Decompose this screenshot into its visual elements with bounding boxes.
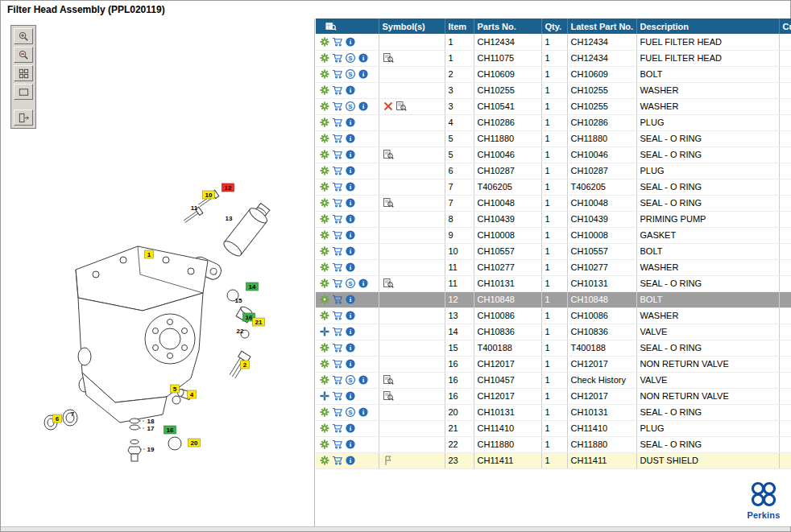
- parts-row[interactable]: Si16CH104571Check HistoryVALVE: [316, 372, 791, 388]
- parts-row[interactable]: Si20CH101311CH10131SEAL - O RING: [316, 404, 791, 420]
- gear-icon[interactable]: [319, 213, 330, 225]
- parts-row[interactable]: Si11CH101311CH10131SEAL - O RING: [316, 275, 791, 291]
- doc-search-icon[interactable]: [383, 390, 394, 402]
- info-icon[interactable]: i: [358, 278, 369, 289]
- info-icon[interactable]: i: [358, 406, 369, 418]
- info-icon[interactable]: i: [345, 439, 356, 450]
- diagram-callout-15[interactable]: 15: [235, 297, 242, 304]
- parts-row[interactable]: i16CH120171CH12017NON RETURN VALVE: [316, 356, 791, 372]
- info-icon[interactable]: i: [345, 213, 356, 225]
- tile-views-button[interactable]: [14, 65, 33, 81]
- info-icon[interactable]: i: [345, 342, 356, 353]
- gear-icon[interactable]: [319, 181, 330, 192]
- cart-icon[interactable]: [332, 326, 343, 337]
- parts-row[interactable]: i4CH102861CH10286PLUG: [316, 114, 791, 130]
- cart-icon[interactable]: [332, 423, 343, 434]
- cart-icon[interactable]: [332, 406, 343, 418]
- cart-icon[interactable]: [332, 181, 343, 192]
- cart-icon[interactable]: [332, 310, 343, 321]
- info-icon[interactable]: i: [345, 245, 356, 257]
- gear-icon[interactable]: [319, 310, 330, 321]
- s-icon[interactable]: S: [345, 68, 356, 80]
- s-icon[interactable]: S: [345, 406, 356, 418]
- parts-row[interactable]: i7CH100481CH10048SEAL - O RING: [316, 195, 791, 211]
- zoom-window-button[interactable]: [14, 84, 33, 100]
- bottom-scrollbar-track[interactable]: [1, 526, 790, 531]
- cart-icon[interactable]: [332, 455, 343, 466]
- cart-icon[interactable]: [332, 278, 343, 289]
- info-icon[interactable]: i: [345, 310, 356, 321]
- gear-icon[interactable]: [319, 342, 330, 353]
- diagram-callout-22[interactable]: 22: [237, 328, 244, 335]
- x-mark-icon[interactable]: [383, 101, 394, 112]
- gear-icon[interactable]: [319, 133, 330, 144]
- parts-row[interactable]: i10CH105571CH10557BOLT: [316, 243, 791, 259]
- gear-icon[interactable]: [319, 117, 330, 128]
- gear-icon[interactable]: [319, 406, 330, 418]
- info-icon[interactable]: i: [345, 229, 356, 241]
- cart-plus-icon[interactable]: [319, 326, 330, 337]
- zoom-out-button[interactable]: [14, 47, 33, 63]
- cart-icon[interactable]: [332, 374, 343, 386]
- diagram-callout-21[interactable]: 21: [255, 319, 263, 326]
- diagram-callout-18[interactable]: 18: [147, 418, 155, 425]
- diagram-callout-13[interactable]: 13: [226, 215, 233, 222]
- parts-row[interactable]: i8CH104391CH10439PRIMING PUMP: [316, 211, 791, 227]
- parts-row[interactable]: i22CH118801CH11880SEAL - O RING: [316, 436, 791, 452]
- info-icon[interactable]: i: [345, 390, 356, 402]
- diagram-callout-19[interactable]: 19: [147, 446, 155, 453]
- gear-icon[interactable]: [319, 52, 330, 64]
- cart-icon[interactable]: [332, 358, 343, 369]
- cart-icon[interactable]: [332, 68, 343, 80]
- parts-row[interactable]: i14CH108361CH10836VALVE: [316, 324, 791, 340]
- cart-icon[interactable]: [332, 342, 343, 353]
- gear-icon[interactable]: [319, 229, 330, 241]
- doc-search-icon[interactable]: [383, 278, 394, 289]
- gear-icon[interactable]: [319, 101, 330, 112]
- info-icon[interactable]: i: [345, 181, 356, 192]
- info-icon[interactable]: i: [345, 197, 356, 208]
- info-icon[interactable]: i: [345, 85, 356, 96]
- gear-icon[interactable]: [319, 245, 330, 257]
- info-icon[interactable]: i: [345, 358, 356, 369]
- info-icon[interactable]: i: [345, 149, 356, 160]
- diagram-callout-12[interactable]: 12: [225, 184, 232, 192]
- diagram-callout-20[interactable]: 20: [191, 439, 198, 447]
- parts-row[interactable]: i9CH100081CH10008GASKET: [316, 227, 791, 243]
- cart-icon[interactable]: [332, 197, 343, 208]
- doc-search-icon[interactable]: [383, 149, 394, 160]
- doc-search-icon[interactable]: [383, 197, 394, 208]
- info-icon[interactable]: i: [358, 52, 369, 64]
- parts-row[interactable]: i21CH114101CH11410PLUG: [316, 420, 791, 436]
- s-icon[interactable]: S: [345, 374, 356, 386]
- diagram-callout-11[interactable]: 11: [191, 204, 198, 212]
- doc-search-icon[interactable]: [383, 374, 394, 386]
- info-icon[interactable]: i: [345, 165, 356, 176]
- parts-row[interactable]: i23CH114111CH11411DUST SHIELD: [316, 452, 791, 468]
- diagram-callout-7[interactable]: 7: [71, 410, 75, 418]
- diagram-callout-14[interactable]: 14: [249, 283, 256, 291]
- cart-icon[interactable]: [332, 262, 343, 273]
- gear-icon[interactable]: [319, 374, 330, 386]
- parts-row[interactable]: i5CH100461CH10046SEAL - O RING: [316, 146, 791, 163]
- cart-plus-icon[interactable]: [319, 390, 330, 402]
- toggle-panel-button[interactable]: [14, 109, 33, 126]
- info-icon[interactable]: i: [358, 68, 369, 80]
- info-icon[interactable]: i: [345, 423, 356, 434]
- diagram-callout-6[interactable]: 6: [56, 415, 60, 423]
- info-icon[interactable]: i: [345, 133, 356, 144]
- info-icon[interactable]: i: [345, 455, 356, 466]
- s-icon[interactable]: S: [345, 278, 356, 289]
- doc-search-icon[interactable]: [396, 101, 407, 112]
- s-icon[interactable]: S: [345, 101, 356, 112]
- cart-icon[interactable]: [332, 229, 343, 241]
- parts-row[interactable]: i11CH102771CH10277WASHER: [316, 259, 791, 275]
- cart-icon[interactable]: [332, 439, 343, 450]
- info-icon[interactable]: i: [345, 326, 356, 337]
- diagram-callout-16[interactable]: 16: [167, 427, 174, 434]
- gear-icon[interactable]: [319, 294, 330, 305]
- info-icon[interactable]: i: [345, 294, 356, 305]
- cart-icon[interactable]: [332, 52, 343, 64]
- doc-search-icon[interactable]: [383, 52, 394, 64]
- parts-row[interactable]: i6CH102871CH10287PLUG: [316, 163, 791, 179]
